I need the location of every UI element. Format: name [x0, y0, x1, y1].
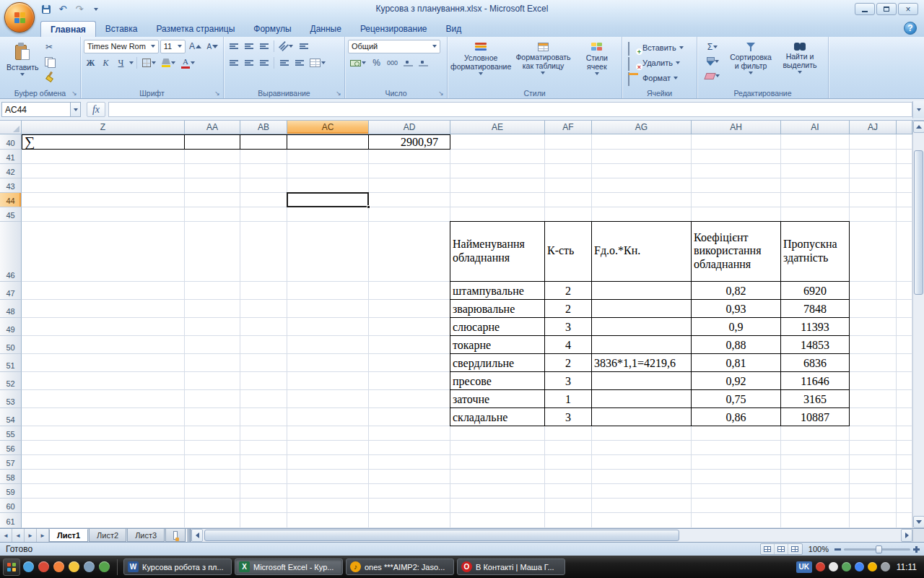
cell-AD60[interactable]	[369, 499, 450, 513]
cell-AC61[interactable]	[287, 513, 369, 528]
cell-Z59[interactable]	[22, 484, 185, 499]
tab-view[interactable]: Вид	[437, 21, 471, 37]
equipment-table-cell[interactable]: слюсарне	[450, 318, 545, 336]
equipment-table-cell[interactable]: заточне	[450, 390, 545, 408]
equipment-table-header-5[interactable]: Пропускна здатність	[781, 222, 850, 282]
equipment-table-cell[interactable]: 6836	[781, 354, 850, 372]
office-button[interactable]	[4, 2, 35, 33]
cell-AC43[interactable]	[287, 178, 369, 193]
delete-cells-button[interactable]: × Удалить	[625, 56, 694, 69]
zoom-slider-thumb[interactable]	[876, 545, 882, 553]
cell-AA55[interactable]	[185, 426, 240, 441]
cell-AA49[interactable]	[185, 318, 240, 336]
accounting-format-button[interactable]	[348, 56, 368, 69]
cell-AE55[interactable]	[450, 426, 545, 441]
formula-bar-expand-button[interactable]	[912, 101, 924, 118]
cell-x41[interactable]	[897, 150, 912, 164]
cell-AB42[interactable]	[240, 164, 287, 178]
row-header-45[interactable]: 45	[0, 207, 22, 222]
column-header-AC[interactable]: AC	[287, 121, 369, 134]
cell-AJ55[interactable]	[850, 426, 897, 441]
previous-sheet-button[interactable]: ◄	[12, 529, 25, 542]
cell-AJ45[interactable]	[850, 207, 897, 222]
cell-AC50[interactable]	[287, 336, 369, 354]
cell-AH61[interactable]	[692, 513, 781, 528]
paste-button[interactable]: Вставить	[3, 39, 43, 87]
cell-Z53[interactable]	[22, 390, 185, 408]
cell-AA60[interactable]	[185, 499, 240, 513]
cell-AB48[interactable]	[240, 300, 287, 318]
equipment-table-cell[interactable]	[592, 336, 692, 354]
cell-AB49[interactable]	[240, 318, 287, 336]
cell-AA43[interactable]	[185, 178, 240, 193]
cell-AE45[interactable]	[450, 207, 545, 222]
orientation-button[interactable]	[277, 40, 295, 53]
align-top-button[interactable]	[227, 40, 240, 53]
row-header-50[interactable]: 50	[0, 336, 22, 354]
column-header-AD[interactable]: AD	[369, 121, 450, 134]
language-indicator[interactable]: UK	[796, 561, 812, 573]
cell-AG45[interactable]	[592, 207, 692, 222]
cell-Z58[interactable]	[22, 470, 185, 484]
cell-AH41[interactable]	[692, 150, 781, 164]
cell-AB57[interactable]	[240, 455, 287, 470]
cell-AJ61[interactable]	[850, 513, 897, 528]
row-header-51[interactable]: 51	[0, 354, 22, 372]
increase-decimal-button[interactable]	[401, 56, 415, 69]
normal-view-button[interactable]	[761, 544, 775, 554]
row-header-49[interactable]: 49	[0, 318, 22, 336]
cell-AF41[interactable]	[545, 150, 592, 164]
equipment-table-cell[interactable]: 4	[545, 336, 592, 354]
cell-AA53[interactable]	[185, 390, 240, 408]
cell-x45[interactable]	[897, 207, 912, 222]
column-header-Z[interactable]: Z	[22, 121, 185, 134]
maximize-button[interactable]	[876, 3, 897, 15]
cell-AA45[interactable]	[185, 207, 240, 222]
cell-Z47[interactable]	[22, 282, 185, 300]
cell-AG41[interactable]	[592, 150, 692, 164]
cell-AD55[interactable]	[369, 426, 450, 441]
column-header-AH[interactable]: AH	[692, 121, 781, 134]
cell-AA40[interactable]	[185, 134, 240, 150]
cell-AG56[interactable]	[592, 441, 692, 455]
tray-icon-3[interactable]	[842, 562, 851, 571]
cell-AE41[interactable]	[450, 150, 545, 164]
equipment-table-cell[interactable]: 2	[545, 354, 592, 372]
quick-launch-icon-4[interactable]	[69, 561, 79, 572]
cell-AD56[interactable]	[369, 441, 450, 455]
cell-AG44[interactable]	[592, 193, 692, 207]
cell-AF59[interactable]	[545, 484, 592, 499]
cell-AI61[interactable]	[781, 513, 850, 528]
cell-AI44[interactable]	[781, 193, 850, 207]
row-header-40[interactable]: 40	[0, 134, 22, 150]
equipment-table-cell[interactable]: 0,93	[692, 300, 781, 318]
equipment-table-cell[interactable]: 1	[545, 390, 592, 408]
cell-AJ56[interactable]	[850, 441, 897, 455]
row-header-57[interactable]: 57	[0, 455, 22, 470]
cell-AB41[interactable]	[240, 150, 287, 164]
cell-AJ48[interactable]	[850, 300, 897, 318]
shrink-font-button[interactable]: А	[205, 40, 220, 53]
cell-AD50[interactable]	[369, 336, 450, 354]
cell-AB50[interactable]	[240, 336, 287, 354]
equipment-table-cell[interactable]: 0,92	[692, 372, 781, 390]
comma-style-button[interactable]: 000	[385, 56, 400, 69]
equipment-table-cell[interactable]: 2	[545, 282, 592, 300]
align-middle-button[interactable]	[242, 40, 256, 53]
cell-AC58[interactable]	[287, 470, 369, 484]
fill-handle[interactable]	[367, 205, 370, 209]
cell-AA57[interactable]	[185, 455, 240, 470]
align-right-button[interactable]	[257, 56, 271, 69]
cell-x55[interactable]	[897, 426, 912, 441]
equipment-table-cell[interactable]: 0,9	[692, 318, 781, 336]
cell-AI40[interactable]	[781, 134, 850, 150]
cell-Z61[interactable]	[22, 513, 185, 528]
clear-button[interactable]	[700, 69, 725, 82]
cell-AH45[interactable]	[692, 207, 781, 222]
vertical-scroll-track[interactable]	[913, 133, 924, 516]
column-header-stub[interactable]	[897, 121, 912, 134]
insert-cells-button[interactable]: + Вставить	[625, 40, 694, 54]
equipment-table-cell[interactable]	[592, 390, 692, 408]
cell-AA51[interactable]	[185, 354, 240, 372]
column-header-AJ[interactable]: AJ	[850, 121, 897, 134]
